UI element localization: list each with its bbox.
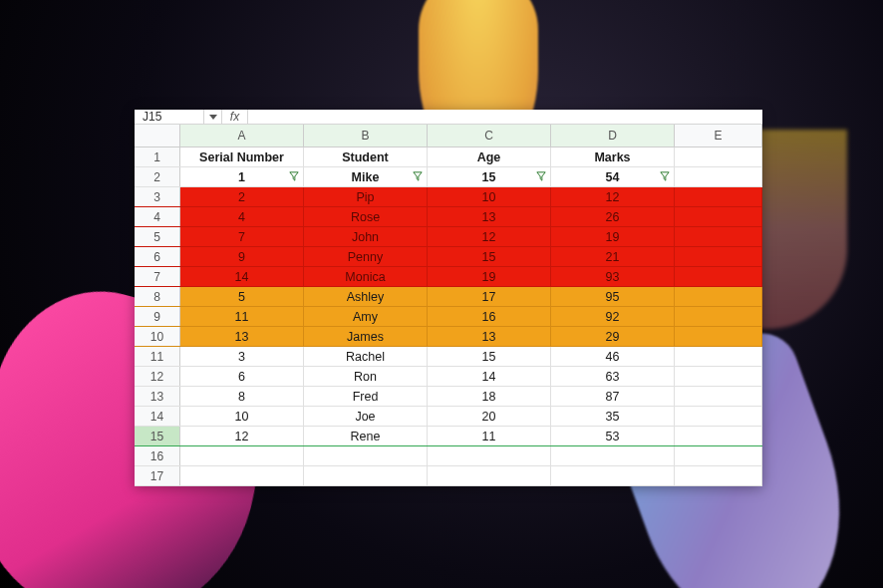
row-header-14[interactable]: 14 xyxy=(135,407,180,426)
cell-E1[interactable] xyxy=(675,147,762,166)
cell-D6[interactable]: 21 xyxy=(551,247,675,266)
cell-B4[interactable]: Rose xyxy=(304,207,428,226)
cell-D11[interactable]: 46 xyxy=(551,347,675,366)
cell-E10[interactable] xyxy=(675,327,762,346)
filter-icon[interactable] xyxy=(535,170,547,182)
row-header-2[interactable]: 2 xyxy=(135,167,180,186)
cell-E16[interactable] xyxy=(675,446,762,465)
cell-C12[interactable]: 14 xyxy=(428,367,551,386)
cell-C7[interactable]: 19 xyxy=(428,267,551,286)
cell-E14[interactable] xyxy=(675,407,762,426)
row-header-12[interactable]: 12 xyxy=(135,367,180,386)
cell-A6[interactable]: 9 xyxy=(180,247,304,266)
header-age[interactable]: Age xyxy=(428,147,551,166)
row-header-11[interactable]: 11 xyxy=(135,347,180,366)
cell-C10[interactable]: 13 xyxy=(428,327,551,346)
cell-A4[interactable]: 4 xyxy=(180,207,304,226)
cell-D16[interactable] xyxy=(551,446,675,465)
cell-A2[interactable]: 1 xyxy=(180,167,304,186)
row-header-17[interactable]: 17 xyxy=(135,466,180,485)
col-header-C[interactable]: C xyxy=(428,125,551,147)
cell-D2[interactable]: 54 xyxy=(551,167,675,186)
fx-icon[interactable]: fx xyxy=(222,110,248,124)
cell-B17[interactable] xyxy=(304,466,428,485)
cell-B3[interactable]: Pip xyxy=(304,187,428,206)
cell-B16[interactable] xyxy=(304,446,428,465)
cell-A17[interactable] xyxy=(180,466,304,485)
cell-D12[interactable]: 63 xyxy=(551,367,675,386)
cell-B15[interactable]: Rene xyxy=(304,427,428,445)
cell-A5[interactable]: 7 xyxy=(180,227,304,246)
name-box[interactable]: J15 xyxy=(135,110,204,124)
cell-D15[interactable]: 53 xyxy=(551,427,675,445)
cell-A3[interactable]: 2 xyxy=(180,187,304,206)
cell-A12[interactable]: 6 xyxy=(180,367,304,386)
cell-E11[interactable] xyxy=(675,347,762,366)
col-header-B[interactable]: B xyxy=(304,125,428,147)
cell-B12[interactable]: Ron xyxy=(304,367,428,386)
cell-E17[interactable] xyxy=(675,466,762,485)
cell-A14[interactable]: 10 xyxy=(180,407,304,426)
filter-icon[interactable] xyxy=(659,170,671,182)
cell-C11[interactable]: 15 xyxy=(428,347,551,366)
cell-B11[interactable]: Rachel xyxy=(304,347,428,366)
col-header-A[interactable]: A xyxy=(180,125,304,147)
cell-B7[interactable]: Monica xyxy=(304,267,428,286)
cell-A10[interactable]: 13 xyxy=(180,327,304,346)
col-header-E[interactable]: E xyxy=(675,125,762,147)
row-header-6[interactable]: 6 xyxy=(135,247,180,266)
row-header-13[interactable]: 13 xyxy=(135,387,180,406)
header-student[interactable]: Student xyxy=(304,147,428,166)
cell-B6[interactable]: Penny xyxy=(304,247,428,266)
row-header-15[interactable]: 15 xyxy=(135,427,180,445)
cell-C4[interactable]: 13 xyxy=(428,207,551,226)
cell-E13[interactable] xyxy=(675,387,762,406)
row-header-8[interactable]: 8 xyxy=(135,287,180,306)
row-header-7[interactable]: 7 xyxy=(135,267,180,286)
cell-D4[interactable]: 26 xyxy=(551,207,675,226)
cell-B5[interactable]: John xyxy=(304,227,428,246)
cell-A11[interactable]: 3 xyxy=(180,347,304,366)
cell-D17[interactable] xyxy=(551,466,675,485)
formula-input[interactable] xyxy=(248,110,762,124)
row-header-1[interactable]: 1 xyxy=(135,147,180,166)
cell-C6[interactable]: 15 xyxy=(428,247,551,266)
cell-E9[interactable] xyxy=(675,307,762,326)
cell-A16[interactable] xyxy=(180,446,304,465)
name-box-dropdown[interactable] xyxy=(204,110,222,124)
cell-D13[interactable]: 87 xyxy=(551,387,675,406)
row-header-10[interactable]: 10 xyxy=(135,327,180,346)
row-header-5[interactable]: 5 xyxy=(135,227,180,246)
cell-B10[interactable]: James xyxy=(304,327,428,346)
row-header-4[interactable]: 4 xyxy=(135,207,180,226)
cell-B8[interactable]: Ashley xyxy=(304,287,428,306)
row-header-9[interactable]: 9 xyxy=(135,307,180,326)
cell-D5[interactable]: 19 xyxy=(551,227,675,246)
cell-D3[interactable]: 12 xyxy=(551,187,675,206)
cell-E7[interactable] xyxy=(675,267,762,286)
cell-A15[interactable]: 12 xyxy=(180,427,304,445)
cell-E5[interactable] xyxy=(675,227,762,246)
cell-D7[interactable]: 93 xyxy=(551,267,675,286)
cell-C5[interactable]: 12 xyxy=(428,227,551,246)
cell-C15[interactable]: 11 xyxy=(428,427,551,445)
cell-C8[interactable]: 17 xyxy=(428,287,551,306)
cell-A8[interactable]: 5 xyxy=(180,287,304,306)
row-header-3[interactable]: 3 xyxy=(135,187,180,206)
cell-C9[interactable]: 16 xyxy=(428,307,551,326)
row-header-16[interactable]: 16 xyxy=(135,446,180,465)
header-marks[interactable]: Marks xyxy=(551,147,675,166)
cell-D10[interactable]: 29 xyxy=(551,327,675,346)
cell-D9[interactable]: 92 xyxy=(551,307,675,326)
cell-E3[interactable] xyxy=(675,187,762,206)
cell-C14[interactable]: 20 xyxy=(428,407,551,426)
cell-E2[interactable] xyxy=(675,167,762,186)
cell-C17[interactable] xyxy=(428,466,551,485)
cell-B13[interactable]: Fred xyxy=(304,387,428,406)
cell-D14[interactable]: 35 xyxy=(551,407,675,426)
cell-B9[interactable]: Amy xyxy=(304,307,428,326)
cell-C2[interactable]: 15 xyxy=(428,167,551,186)
cell-E12[interactable] xyxy=(675,367,762,386)
cell-B14[interactable]: Joe xyxy=(304,407,428,426)
cell-D8[interactable]: 95 xyxy=(551,287,675,306)
